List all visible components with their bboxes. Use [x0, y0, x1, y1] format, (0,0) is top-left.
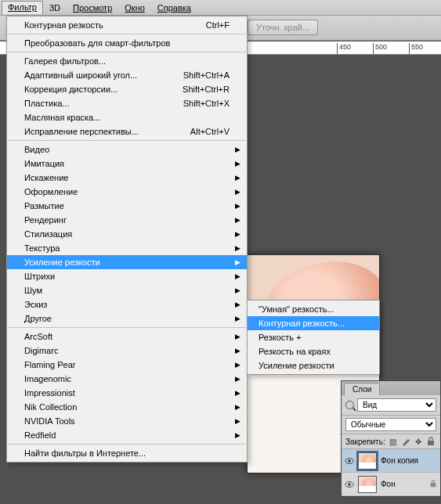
tab-layers[interactable]: Слои [344, 383, 380, 395]
menu-convert-smart[interactable]: Преобразовать для смарт-фильтров [7, 36, 247, 50]
layers-panel: Слои Вид Обычные Закрепить: ▧ ✥ Фон копи… [341, 380, 441, 497]
layer-name[interactable]: Фон копия [381, 456, 418, 465]
menu-adaptive-wide[interactable]: Адаптивный широкий угол...Shift+Ctrl+A [7, 68, 247, 82]
menu-pixelate[interactable]: Оформление▶ [7, 185, 247, 199]
menu-flaming-pear[interactable]: Flaming Pear▶ [7, 358, 247, 372]
menu-redfield[interactable]: Redfield▶ [7, 428, 247, 442]
chevron-right-icon: ▶ [235, 361, 240, 369]
menu-separator [8, 52, 246, 52]
chevron-right-icon: ▶ [235, 431, 240, 439]
menu-filter-gallery[interactable]: Галерея фильтров... [7, 54, 247, 68]
menu-noise[interactable]: Шум▶ [7, 283, 247, 297]
chevron-right-icon: ▶ [235, 333, 240, 340]
submenu-sharpen-more[interactable]: Резкость + [248, 330, 379, 344]
chevron-right-icon: ▶ [235, 258, 240, 266]
menu-separator [8, 444, 246, 445]
menu-window[interactable]: Окно [118, 2, 151, 14]
layer-thumbnail[interactable] [358, 476, 377, 493]
menu-separator [8, 140, 246, 141]
ruler-tick: 450 [337, 43, 351, 54]
menubar: Фильтр 3D Просмотр Окно Справка [0, 0, 441, 16]
menu-liquify[interactable]: Пластика...Shift+Ctrl+X [7, 96, 247, 110]
menu-render[interactable]: Рендеринг▶ [7, 213, 247, 227]
lock-position-icon[interactable]: ✥ [414, 437, 423, 446]
menu-oil-paint[interactable]: Масляная краска... [7, 110, 247, 124]
ruler-tick: 500 [373, 43, 387, 54]
chevron-right-icon: ▶ [235, 301, 240, 308]
lock-icon [429, 480, 437, 489]
menu-other[interactable]: Другое▶ [7, 311, 247, 326]
layer-thumbnail[interactable] [358, 452, 377, 470]
svg-point-4 [348, 483, 350, 485]
chevron-right-icon: ▶ [235, 347, 240, 355]
menu-vanishing[interactable]: Исправление перспективы...Alt+Ctrl+V [7, 124, 247, 139]
menu-separator [8, 327, 246, 328]
search-icon [345, 401, 354, 409]
menu-arcsoft[interactable]: ArcSoft▶ [7, 329, 247, 344]
svg-rect-0 [428, 441, 434, 445]
svg-rect-5 [431, 483, 436, 487]
menu-digimarc[interactable]: Digimarc▶ [7, 344, 247, 358]
menu-stylize[interactable]: Стилизация▶ [7, 227, 247, 241]
menu-brush[interactable]: Штрихи▶ [7, 269, 247, 283]
menu-sketch[interactable]: Эскиз▶ [7, 297, 247, 311]
chevron-right-icon: ▶ [235, 417, 240, 425]
chevron-right-icon: ▶ [235, 188, 240, 196]
lock-transparency-icon[interactable]: ▧ [389, 437, 398, 446]
lock-all-icon[interactable] [426, 437, 436, 446]
sharpen-submenu: "Умная" резкость... Контурная резкость..… [247, 300, 380, 375]
menu-browse-online[interactable]: Найти фильтры в Интернете... [7, 446, 247, 460]
menu-3d[interactable]: 3D [43, 2, 67, 14]
filter-menu: Контурная резкостьCtrl+F Преобразовать д… [6, 16, 248, 463]
menu-impressionist[interactable]: Impressionist▶ [7, 386, 247, 400]
lock-pixels-icon[interactable] [401, 437, 410, 446]
menu-last-filter[interactable]: Контурная резкостьCtrl+F [7, 18, 247, 32]
menu-nvidia[interactable]: NVIDIA Tools▶ [7, 414, 247, 428]
layer-filter-kind[interactable]: Вид [357, 398, 436, 412]
lock-label: Закрепить: [345, 437, 385, 446]
ruler-tick: 550 [409, 43, 423, 54]
visibility-icon[interactable] [345, 480, 354, 489]
visibility-icon[interactable] [345, 456, 354, 466]
layer-name[interactable]: Фон [381, 480, 396, 488]
menu-artistic[interactable]: Имитация▶ [7, 157, 247, 171]
chevron-right-icon: ▶ [235, 216, 240, 224]
submenu-sharpen-edges[interactable]: Резкость на краях [248, 344, 379, 358]
menu-blur[interactable]: Размытие▶ [7, 199, 247, 213]
panel-tabbar: Слои [342, 381, 440, 395]
blend-mode-select[interactable]: Обычные [345, 418, 436, 431]
chevron-right-icon: ▶ [235, 272, 240, 280]
submenu-sharpen[interactable]: Усиление резкости [248, 358, 379, 373]
chevron-right-icon: ▶ [235, 160, 240, 167]
menu-texture[interactable]: Текстура▶ [7, 241, 247, 255]
menu-help[interactable]: Справка [151, 2, 197, 14]
menu-imagenomic[interactable]: Imagenomic▶ [7, 372, 247, 386]
chevron-right-icon: ▶ [235, 146, 240, 153]
menu-filter[interactable]: Фильтр [2, 1, 43, 14]
chevron-right-icon: ▶ [235, 403, 240, 411]
refine-edge-button[interactable]: Уточн. край... [248, 20, 318, 35]
submenu-smart-sharpen[interactable]: "Умная" резкость... [248, 302, 379, 316]
chevron-right-icon: ▶ [235, 230, 240, 238]
layer-row[interactable]: Фон [342, 473, 440, 496]
menu-video[interactable]: Видео▶ [7, 142, 247, 157]
menu-separator [8, 34, 246, 34]
chevron-right-icon: ▶ [235, 202, 240, 210]
chevron-right-icon: ▶ [235, 244, 240, 252]
menu-lens-correction[interactable]: Коррекция дисторсии...Shift+Ctrl+R [7, 82, 247, 96]
chevron-right-icon: ▶ [235, 286, 240, 294]
menu-sharpen[interactable]: Усиление резкости▶ [7, 255, 247, 269]
menu-nik[interactable]: Nik Collection▶ [7, 400, 247, 414]
submenu-unsharp-mask[interactable]: Контурная резкость... [248, 316, 379, 330]
chevron-right-icon: ▶ [235, 389, 240, 397]
menu-view[interactable]: Просмотр [67, 2, 118, 14]
chevron-right-icon: ▶ [235, 375, 240, 383]
menu-distort[interactable]: Искажение▶ [7, 171, 247, 185]
chevron-right-icon: ▶ [235, 174, 240, 182]
chevron-right-icon: ▶ [235, 315, 240, 322]
layer-row[interactable]: Фон копия [342, 449, 440, 473]
svg-point-2 [348, 459, 350, 462]
